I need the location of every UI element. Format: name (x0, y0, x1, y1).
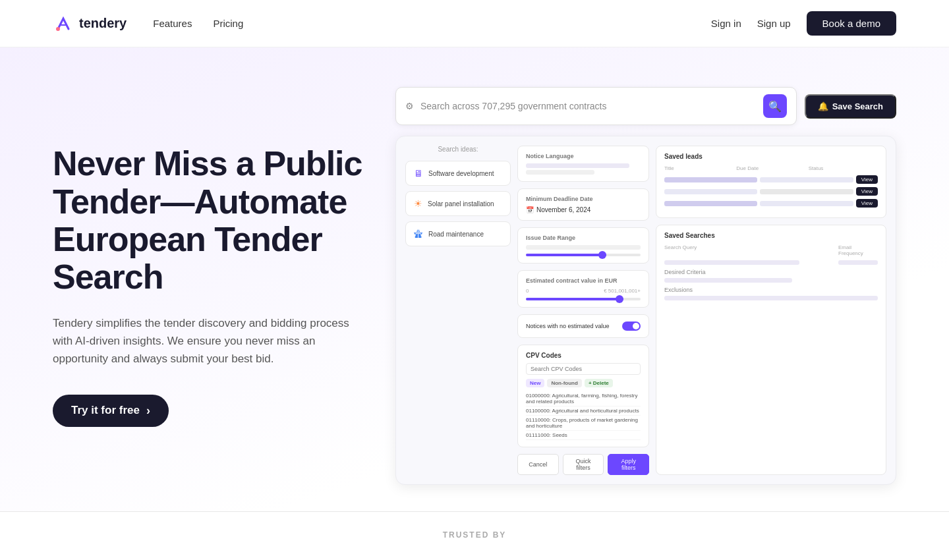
cpv-tag-delete[interactable]: + Delete (585, 379, 613, 387)
logo-text: tendery (79, 16, 127, 31)
notice-language-label: Notice Language (526, 153, 641, 159)
cancel-button[interactable]: Cancel (517, 454, 559, 475)
tendery-logo-icon (53, 13, 74, 34)
try-free-label: Try it for free (71, 404, 140, 417)
search-button[interactable]: 🔍 (763, 94, 787, 118)
panel-search-ideas: Search ideas: 🖥 Software development ☀ S… (405, 146, 511, 475)
table-row: View (664, 199, 878, 208)
deadline-label: Minimum Deadline Date (526, 196, 641, 202)
search-ideas-label: Search ideas: (405, 146, 511, 153)
search-cell-right (838, 260, 878, 265)
toggle-on-icon[interactable] (622, 322, 641, 331)
solar-icon: ☀ (414, 198, 422, 209)
deadline-date-text: November 6, 2024 (536, 206, 590, 213)
monitor-icon: 🖥 (414, 168, 423, 179)
road-icon: 🛣 (414, 229, 423, 239)
idea-card-1[interactable]: 🖥 Software development (405, 161, 511, 186)
filter-icon: ⚙ (405, 101, 414, 111)
leads-cell (664, 177, 757, 182)
search-cell (664, 260, 833, 265)
navigation: tendery Features Pricing Sign in Sign up… (0, 0, 949, 47)
contract-value-filter[interactable]: Estimated contract value in EUR 0 € 501,… (517, 270, 649, 308)
leads-action-btn[interactable]: View (856, 187, 878, 196)
idea-1-label: Software development (428, 170, 494, 177)
exclusions-label: Exclusions (664, 287, 878, 293)
deadline-value: 📅 November 6, 2024 (526, 206, 641, 213)
idea-2-label: Solar panel installation (428, 200, 494, 208)
contract-max: € 501,001,001+ (604, 288, 641, 294)
cpv-tag-new[interactable]: New (526, 379, 544, 387)
svg-point-0 (56, 27, 60, 31)
hero-section: Never Miss a Public Tender—Automate Euro… (0, 47, 949, 511)
leads-col-status: Status (809, 165, 878, 171)
nav-pricing-link[interactable]: Pricing (213, 18, 243, 29)
nav-features-link[interactable]: Features (153, 18, 192, 29)
nav-actions: Sign in Sign up Book a demo (711, 11, 896, 36)
hero-left: Never Miss a Public Tender—Automate Euro… (53, 145, 395, 426)
dashboard-panels: Search ideas: 🖥 Software development ☀ S… (395, 136, 896, 485)
no-estimated-label: Notices with no estimated value (526, 323, 610, 329)
filter-actions: Cancel Quick filters Apply filters (517, 454, 649, 475)
hero-description: Tendery simplifies the tender discovery … (53, 314, 369, 368)
list-item (664, 260, 878, 265)
logo-link[interactable]: tendery (53, 13, 127, 34)
arrow-icon: › (146, 404, 150, 418)
try-free-button[interactable]: Try it for free › (53, 395, 169, 427)
leads-cell (760, 177, 853, 182)
leads-cell (760, 189, 853, 194)
col-email-freq: Email Frequency (838, 244, 878, 256)
cpv-tag-nonfound[interactable]: Non-found (547, 379, 581, 387)
idea-3-label: Road maintenance (428, 231, 484, 238)
saved-searches-title: Saved Searches (664, 232, 878, 239)
sign-in-link[interactable]: Sign in (711, 18, 741, 29)
nav-links: Features Pricing (153, 18, 711, 29)
search-cell (664, 296, 878, 300)
leads-action-btn[interactable]: View (856, 199, 878, 208)
searches-header: Search Query Email Frequency (664, 244, 878, 256)
leads-cell (664, 201, 757, 206)
book-demo-button[interactable]: Book a demo (807, 11, 896, 36)
panel-right: Saved leads Title Due Date Status View (656, 146, 886, 475)
sign-up-link[interactable]: Sign up (757, 18, 791, 29)
search-bar[interactable]: ⚙ Search across 707,295 government contr… (395, 87, 797, 125)
bell-icon: 🔔 (818, 101, 828, 111)
idea-card-2[interactable]: ☀ Solar panel installation (405, 191, 511, 216)
trusted-label: TRUSTED BY (53, 530, 896, 540)
desired-criteria-label: Desired Criteria (664, 269, 878, 275)
save-search-button[interactable]: 🔔 Save Search (805, 94, 896, 119)
cpv-item-4: 01111000: Seeds (526, 431, 641, 440)
issue-date-filter[interactable]: Issue Date Range (517, 227, 649, 264)
idea-card-3[interactable]: 🛣 Road maintenance (405, 221, 511, 246)
leads-col-title: Title (664, 165, 733, 171)
leads-cell (760, 201, 853, 206)
list-item (664, 296, 878, 300)
saved-leads-panel: Saved leads Title Due Date Status View (656, 146, 886, 218)
saved-leads-title: Saved leads (664, 153, 878, 160)
apply-filters-button[interactable]: Apply filters (608, 454, 649, 475)
save-search-label: Save Search (832, 101, 883, 111)
no-estimated-filter[interactable]: Notices with no estimated value (517, 314, 649, 338)
table-row: View (664, 175, 878, 184)
panel-filters: Notice Language Minimum Deadline Date 📅 … (517, 146, 649, 475)
contract-value-label: Estimated contract value in EUR (526, 277, 641, 284)
deadline-date-filter[interactable]: Minimum Deadline Date 📅 November 6, 2024 (517, 188, 649, 221)
col-query: Search Query (664, 244, 833, 256)
trusted-section: TRUSTED BY amazon SLOBODA (0, 511, 949, 560)
leads-col-date: Due Date (736, 165, 805, 171)
cpv-search-input[interactable] (526, 363, 641, 375)
cpv-section: CPV Codes New Non-found + Delete 0100000… (517, 345, 649, 447)
list-item (664, 278, 878, 283)
notice-language-filter[interactable]: Notice Language (517, 146, 649, 182)
search-cell (664, 278, 878, 283)
cpv-item-3: 01110000: Crops, products of market gard… (526, 416, 641, 431)
leads-header: Title Due Date Status (664, 165, 878, 171)
leads-cell (664, 189, 757, 194)
hero-title: Never Miss a Public Tender—Automate Euro… (53, 145, 369, 296)
quick-filters-button[interactable]: Quick filters (563, 454, 604, 475)
cpv-tags: New Non-found + Delete (526, 379, 641, 387)
hero-right: ⚙ Search across 707,295 government contr… (395, 87, 896, 485)
saved-searches-panel: Saved Searches Search Query Email Freque… (656, 225, 886, 475)
leads-action-btn[interactable]: View (856, 175, 878, 184)
cpv-item-2: 01100000: Agricultural and horticultural… (526, 406, 641, 416)
table-row: View (664, 187, 878, 196)
